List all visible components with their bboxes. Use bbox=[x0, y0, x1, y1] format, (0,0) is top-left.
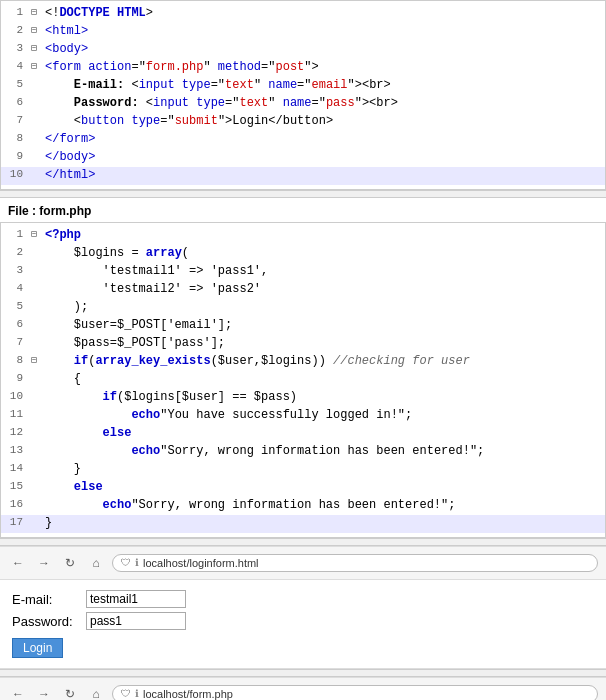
code-content: echo"Sorry, wrong information has been e… bbox=[43, 444, 605, 458]
code-content: Password: <input type="text" name="pass"… bbox=[43, 96, 605, 110]
shield-icon-2: 🛡 bbox=[121, 688, 131, 700]
fold-icon[interactable]: ⊟ bbox=[31, 354, 43, 366]
fold-icon bbox=[31, 300, 43, 311]
login-button[interactable]: Login bbox=[12, 638, 63, 658]
forward-button-2[interactable]: → bbox=[34, 684, 54, 700]
fold-icon bbox=[31, 78, 43, 89]
forward-button[interactable]: → bbox=[34, 553, 54, 573]
line-number: 8 bbox=[1, 132, 31, 144]
line-number: 6 bbox=[1, 96, 31, 108]
code-content: <html> bbox=[43, 24, 605, 38]
code-line-php-9: 9 { bbox=[1, 371, 605, 389]
code-content: <body> bbox=[43, 42, 605, 56]
info-icon: ℹ bbox=[135, 557, 139, 569]
fold-icon bbox=[31, 318, 43, 329]
line-number: 3 bbox=[1, 42, 31, 54]
code-content: ); bbox=[43, 300, 605, 314]
code-content: <?php bbox=[43, 228, 605, 242]
back-button-2[interactable]: ← bbox=[8, 684, 28, 700]
code-line-php-13: 13 echo"Sorry, wrong information has bee… bbox=[1, 443, 605, 461]
browser-content-1: E-mail: Password: Login bbox=[0, 580, 606, 669]
line-number: 11 bbox=[1, 408, 31, 420]
fold-icon bbox=[31, 444, 43, 455]
password-input[interactable] bbox=[86, 612, 186, 630]
fold-icon bbox=[31, 408, 43, 419]
code-line-php-3: 3 'testmail1' => 'pass1', bbox=[1, 263, 605, 281]
line-number: 4 bbox=[1, 282, 31, 294]
code-line-php-15: 15 else bbox=[1, 479, 605, 497]
password-row: Password: bbox=[12, 612, 594, 630]
line-number: 10 bbox=[1, 390, 31, 402]
fold-icon bbox=[31, 264, 43, 275]
code-line-php-4: 4 'testmail2' => 'pass2' bbox=[1, 281, 605, 299]
code-content: </form> bbox=[43, 132, 605, 146]
email-label: E-mail: bbox=[12, 592, 82, 607]
separator-2 bbox=[0, 538, 606, 546]
code-content: { bbox=[43, 372, 605, 386]
line-number: 10 bbox=[1, 168, 31, 180]
browser-bar-2: ← → ↻ ⌂ 🛡 ℹ localhost/form.php bbox=[0, 677, 606, 700]
code-content: else bbox=[43, 426, 605, 440]
code-content: } bbox=[43, 516, 605, 530]
line-number: 5 bbox=[1, 300, 31, 312]
fold-icon[interactable]: ⊟ bbox=[31, 60, 43, 72]
url-text-2[interactable]: localhost/form.php bbox=[143, 688, 233, 700]
code-content: } bbox=[43, 462, 605, 476]
code-line-php-2: 2 $logins = array( bbox=[1, 245, 605, 263]
code-block-2: 1 ⊟ <?php 2 $logins = array( 3 'testmail… bbox=[0, 222, 606, 538]
fold-icon bbox=[31, 426, 43, 437]
code-content: </body> bbox=[43, 150, 605, 164]
home-button[interactable]: ⌂ bbox=[86, 553, 106, 573]
code-line-php-11: 11 echo"You have successfully logged in!… bbox=[1, 407, 605, 425]
line-number: 14 bbox=[1, 462, 31, 474]
line-number: 3 bbox=[1, 264, 31, 276]
reload-button-2[interactable]: ↻ bbox=[60, 684, 80, 700]
code-content: </html> bbox=[43, 168, 605, 182]
fold-icon bbox=[31, 282, 43, 293]
code-line-6: 6 Password: <input type="text" name="pas… bbox=[1, 95, 605, 113]
fold-icon[interactable]: ⊟ bbox=[31, 24, 43, 36]
line-number: 2 bbox=[1, 24, 31, 36]
code-line-7: 7 <button type="submit">Login</button> bbox=[1, 113, 605, 131]
line-number: 5 bbox=[1, 78, 31, 90]
code-line-5: 5 E-mail: <input type="text" name="email… bbox=[1, 77, 605, 95]
fold-icon bbox=[31, 168, 43, 179]
code-line-10: 10 </html> bbox=[1, 167, 605, 185]
home-button-2[interactable]: ⌂ bbox=[86, 684, 106, 700]
password-label: Password: bbox=[12, 614, 82, 629]
shield-icon: 🛡 bbox=[121, 557, 131, 569]
line-number: 1 bbox=[1, 6, 31, 18]
email-input[interactable] bbox=[86, 590, 186, 608]
fold-icon[interactable]: ⊟ bbox=[31, 228, 43, 240]
url-text-1[interactable]: localhost/loginform.html bbox=[143, 557, 259, 569]
back-button[interactable]: ← bbox=[8, 553, 28, 573]
code-line-2: 2 ⊟ <html> bbox=[1, 23, 605, 41]
code-line-1: 1 ⊟ <!DOCTYPE HTML> bbox=[1, 5, 605, 23]
separator-3 bbox=[0, 669, 606, 677]
code-content: if(array_key_exists($user,$logins)) //ch… bbox=[43, 354, 605, 368]
fold-icon bbox=[31, 96, 43, 107]
code-content: E-mail: <input type="text" name="email">… bbox=[43, 78, 605, 92]
fold-icon bbox=[31, 150, 43, 161]
fold-icon bbox=[31, 372, 43, 383]
code-line-3: 3 ⊟ <body> bbox=[1, 41, 605, 59]
line-number: 4 bbox=[1, 60, 31, 72]
code-line-php-17: 17 } bbox=[1, 515, 605, 533]
code-line-4: 4 ⊟ <form action="form.php" method="post… bbox=[1, 59, 605, 77]
reload-button[interactable]: ↻ bbox=[60, 553, 80, 573]
fold-icon[interactable]: ⊟ bbox=[31, 42, 43, 54]
fold-icon bbox=[31, 114, 43, 125]
line-number: 13 bbox=[1, 444, 31, 456]
fold-icon bbox=[31, 132, 43, 143]
code-line-9: 9 </body> bbox=[1, 149, 605, 167]
fold-icon bbox=[31, 516, 43, 527]
code-line-php-7: 7 $pass=$_POST['pass']; bbox=[1, 335, 605, 353]
fold-icon[interactable]: ⊟ bbox=[31, 6, 43, 18]
separator bbox=[0, 190, 606, 198]
line-number: 7 bbox=[1, 114, 31, 126]
fold-icon bbox=[31, 336, 43, 347]
line-number: 15 bbox=[1, 480, 31, 492]
address-bar-1: 🛡 ℹ localhost/loginform.html bbox=[112, 554, 598, 572]
code-content: echo"You have successfully logged in!"; bbox=[43, 408, 605, 422]
code-line-php-1: 1 ⊟ <?php bbox=[1, 227, 605, 245]
